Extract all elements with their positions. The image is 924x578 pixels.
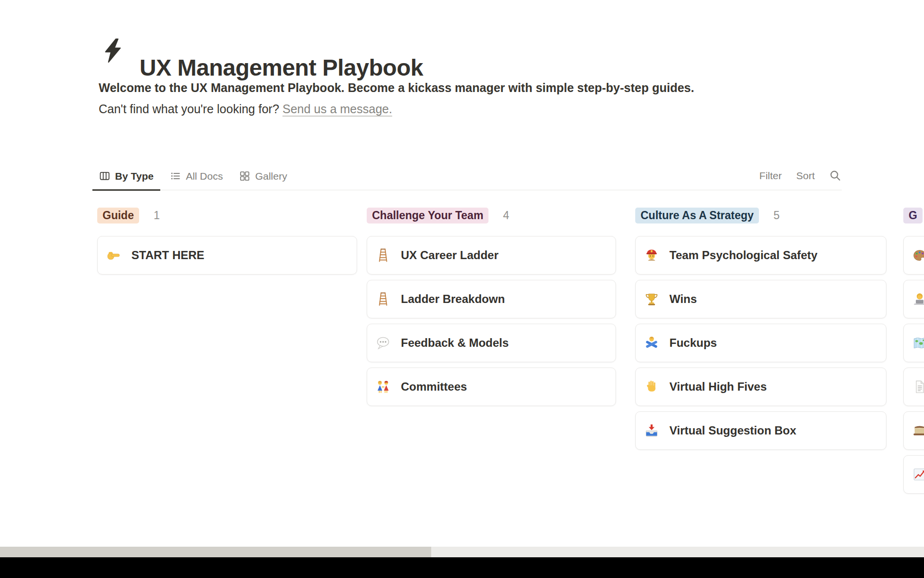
view-bar-actions: Filter Sort xyxy=(759,163,842,189)
lightning-bolt-icon[interactable] xyxy=(103,37,122,65)
ladder-emoji xyxy=(376,292,390,306)
card-title: Wins xyxy=(669,292,697,306)
board-card[interactable]: Virtual High Fives xyxy=(635,368,886,406)
tab-label: By Type xyxy=(115,171,154,182)
board-column-clipped: G xyxy=(903,202,924,499)
tab-label: All Docs xyxy=(186,171,223,182)
card-title: Feedback & Models xyxy=(401,336,509,350)
tab-gallery[interactable]: Gallery xyxy=(232,163,294,191)
two-women-emoji xyxy=(376,380,390,394)
board-card[interactable]: Committees xyxy=(367,368,616,406)
notion-page: UX Management Playbook Welcome to the UX… xyxy=(0,0,924,578)
gallery-view-icon xyxy=(239,171,250,182)
speech-balloon-emoji xyxy=(376,336,390,350)
board-column-challenge-your-team: Challenge Your Team 4 UX Career Ladder xyxy=(367,202,616,411)
board-column-culture-as-a-strategy: Culture As A Strategy 5 Team Psychologic… xyxy=(635,202,886,455)
page-facing-up-emoji xyxy=(912,380,924,394)
card-title: Team Psychological Safety xyxy=(669,249,818,262)
tab-by-type[interactable]: By Type xyxy=(92,163,160,191)
card-title: Virtual Suggestion Box xyxy=(669,424,796,437)
column-count: 4 xyxy=(503,209,509,222)
palette-emoji xyxy=(912,248,924,263)
board-card[interactable]: Wins xyxy=(635,280,886,318)
board-card[interactable]: Team Psychological Safety xyxy=(635,236,886,275)
board-card[interactable] xyxy=(903,324,924,362)
board-card[interactable] xyxy=(903,368,924,406)
intro-question: Can't find what you're looking for? Send… xyxy=(99,100,392,118)
ladder-emoji xyxy=(376,248,390,263)
sort-button[interactable]: Sort xyxy=(796,170,815,182)
chart-increasing-emoji xyxy=(912,467,924,482)
board-card[interactable] xyxy=(903,236,924,275)
column-count: 1 xyxy=(154,209,160,222)
horizontal-scrollbar-thumb[interactable] xyxy=(0,547,431,557)
board-column-guide: Guide 1 START HERE xyxy=(97,202,357,280)
search-icon[interactable] xyxy=(829,170,842,182)
column-tag[interactable]: G xyxy=(903,208,923,223)
raised-hand-emoji xyxy=(644,380,659,394)
board-card[interactable] xyxy=(903,411,924,450)
book-emoji xyxy=(912,423,924,438)
tab-all-docs[interactable]: All Docs xyxy=(163,163,230,191)
column-header: Challenge Your Team 4 xyxy=(367,208,616,223)
page-title: UX Management Playbook xyxy=(140,54,423,82)
column-tag[interactable]: Guide xyxy=(97,208,139,223)
board-view-icon xyxy=(99,171,110,182)
view-bar: By Type All Docs xyxy=(92,163,842,190)
board-card[interactable] xyxy=(903,280,924,318)
column-header: G xyxy=(903,208,924,223)
card-title: Virtual High Fives xyxy=(669,380,767,394)
board-card[interactable]: UX Career Ladder xyxy=(367,236,616,275)
card-title: Ladder Breakdown xyxy=(401,292,505,306)
column-header: Culture As A Strategy 5 xyxy=(635,208,886,223)
woman-technologist-emoji xyxy=(912,292,924,306)
column-tag[interactable]: Culture As A Strategy xyxy=(635,208,759,223)
board-card[interactable]: Fuckups xyxy=(635,324,886,362)
bottom-black-strip xyxy=(0,557,924,578)
column-header: Guide 1 xyxy=(97,208,357,223)
card-title: Fuckups xyxy=(669,336,717,350)
card-title: START HERE xyxy=(131,249,205,262)
tab-label: Gallery xyxy=(255,171,287,182)
horizontal-scrollbar-track[interactable] xyxy=(0,547,924,557)
column-count: 5 xyxy=(773,209,780,222)
view-tabs: By Type All Docs xyxy=(92,163,294,190)
board-card[interactable] xyxy=(903,455,924,494)
card-title: UX Career Ladder xyxy=(401,249,499,262)
trophy-emoji xyxy=(644,292,659,306)
list-view-icon xyxy=(170,171,181,182)
card-title: Committees xyxy=(401,380,467,394)
board-card[interactable]: Ladder Breakdown xyxy=(367,280,616,318)
board-card[interactable]: Feedback & Models xyxy=(367,324,616,362)
board-card[interactable]: Virtual Suggestion Box xyxy=(635,411,886,450)
world-map-emoji xyxy=(912,336,924,350)
column-tag[interactable]: Challenge Your Team xyxy=(367,208,488,223)
board-card[interactable]: START HERE xyxy=(97,236,357,275)
pointing-right-emoji xyxy=(106,248,121,263)
intro-text: Welcome to the UX Management Playbook. B… xyxy=(99,79,694,96)
inbox-tray-emoji xyxy=(644,423,659,438)
intro-question-text: Can't find what you're looking for? xyxy=(99,102,282,116)
filter-button[interactable]: Filter xyxy=(759,170,782,182)
send-message-link[interactable]: Send us a message. xyxy=(282,102,392,116)
no-gesture-emoji xyxy=(644,336,659,350)
firefighter-emoji xyxy=(644,248,659,263)
